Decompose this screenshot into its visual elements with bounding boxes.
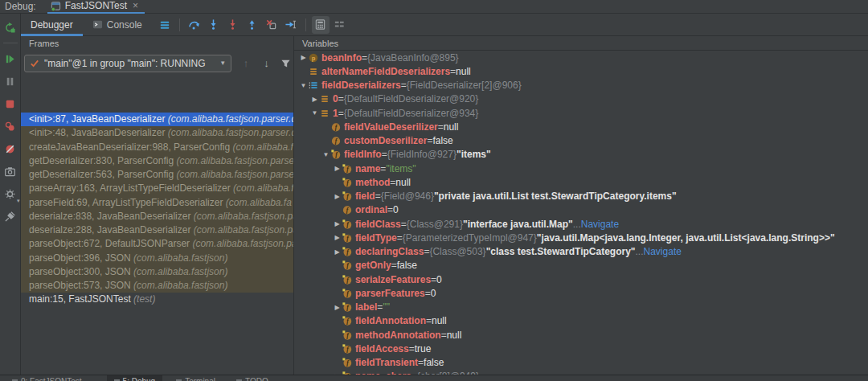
thread-dump-button[interactable]	[2, 162, 19, 180]
evaluate-expression-button[interactable]	[312, 16, 330, 34]
rerun-icon	[4, 22, 16, 34]
field-type-icon: f	[342, 191, 354, 201]
variable-row[interactable]: ▶fdeclaringClass = {Class@503} "class te…	[294, 245, 868, 259]
tree-expand-icon[interactable]: ▶	[298, 54, 309, 61]
field-type-icon: f	[331, 122, 342, 132]
variable-value-ref: {FieldDeserializer[2]@906}	[407, 80, 522, 91]
tab-console-label: Console	[107, 19, 142, 31]
variable-row[interactable]: fserialzeFeatures = 0	[294, 272, 868, 286]
step-into-button[interactable]	[205, 16, 223, 34]
variable-row[interactable]: ffieldValueDeserilizer = null	[294, 120, 868, 133]
variable-row[interactable]: ffieldTransient = false	[294, 356, 868, 370]
navigate-link[interactable]: Navigate	[581, 219, 619, 230]
variable-row[interactable]: ▶0 = {DefaultFieldDeserializer@920}	[294, 92, 868, 106]
tab-console[interactable]: Console	[83, 14, 152, 36]
variable-row[interactable]: ▼fieldDeserializers = {FieldDeserializer…	[294, 79, 868, 92]
tree-expand-icon[interactable]: ▶	[309, 96, 320, 103]
tree-expand-icon[interactable]: ▼	[309, 109, 320, 117]
frame-row[interactable]: parseObject:672, DefaultJSONParser (com.…	[21, 237, 293, 251]
variable-row[interactable]: ▶ffield = {Field@946} "private java.util…	[294, 190, 868, 203]
layout-options-button[interactable]	[156, 16, 174, 34]
rerun-button[interactable]	[2, 18, 19, 36]
equals-sign: =	[391, 260, 397, 271]
frame-row[interactable]: parseArray:163, ArrayListTypeFieldDeseri…	[21, 182, 293, 195]
variable-value-plain: 0	[431, 288, 436, 299]
variable-value-plain: null	[432, 315, 447, 326]
frame-row[interactable]: deserialze:838, JavaBeanDeserializer (co…	[21, 210, 293, 223]
field-type-icon: f	[342, 164, 354, 174]
frame-row[interactable]: createJavaBeanDeserializer:988, ParserCo…	[21, 141, 293, 154]
pin-tab-button[interactable]	[2, 207, 19, 225]
close-icon[interactable]: ×	[133, 2, 138, 10]
tab-debugger[interactable]: Debugger	[21, 14, 83, 36]
variable-row[interactable]: ffieldAccess = true	[294, 342, 868, 355]
step-over-button[interactable]	[186, 16, 203, 34]
tree-expand-icon[interactable]: ▶	[332, 193, 342, 200]
frame-row[interactable]: getDeserializer:563, ParserConfig (com.a…	[21, 168, 293, 182]
toolwindow-button[interactable]: 0: FastJSONTest	[5, 375, 89, 381]
frame-row[interactable]: deserialze:288, JavaBeanDeserializer (co…	[21, 223, 293, 237]
run-to-cursor-button[interactable]	[282, 16, 300, 34]
tree-expand-icon[interactable]: ▶	[332, 234, 342, 241]
variable-row[interactable]: fmethodAnnotation = null	[294, 328, 868, 342]
variable-row[interactable]: fparserFeatures = 0	[294, 286, 868, 300]
variable-row[interactable]: ▶ffieldClass = {Class@291} "interface ja…	[294, 217, 868, 231]
variable-row[interactable]: fmethod = null	[294, 175, 868, 189]
equals-sign: =	[338, 108, 344, 119]
toolwindow-button[interactable]: TODO	[229, 375, 276, 381]
toolwindow-button[interactable]: Terminal	[169, 375, 223, 381]
drop-frame-button[interactable]	[263, 16, 280, 34]
stop-button[interactable]	[2, 95, 19, 113]
variable-row[interactable]: ffieldAnnotation = null	[294, 314, 868, 328]
session-tab-fastjsontest[interactable]: FastJSONTest ×	[47, 0, 145, 14]
debugger-left-toolbar: ▾	[0, 14, 21, 375]
view-options-button[interactable]	[331, 16, 349, 34]
hide-frames-filter-icon[interactable]	[280, 59, 293, 68]
variable-row[interactable]: ▶pbeanInfo = {JavaBeanInfo@895}	[294, 51, 868, 64]
variable-row[interactable]: alterNameFieldDeserializers = null	[294, 64, 868, 78]
pause-button[interactable]	[2, 72, 19, 90]
pause-icon	[4, 76, 16, 88]
frame-row[interactable]: parseObject:300, JSON (com.alibaba.fastj…	[21, 265, 293, 279]
variable-row[interactable]: ▼ffieldInfo = {FieldInfo@927} "items"	[294, 148, 868, 162]
variable-row[interactable]: ▶fname = "items"	[294, 162, 868, 175]
frame-row[interactable]: parseField:69, ArrayListTypeFieldDeseria…	[21, 196, 293, 210]
frame-up-button[interactable]: ↑	[240, 57, 252, 69]
view-breakpoints-button[interactable]	[2, 117, 19, 135]
tree-expand-icon[interactable]: ▶	[332, 304, 342, 311]
tree-expand-icon[interactable]: ▼	[298, 82, 309, 89]
field-type-icon: f	[331, 136, 342, 145]
equals-sign: =	[401, 80, 407, 91]
tree-expand-icon[interactable]: ▶	[332, 248, 342, 256]
equals-sign: =	[427, 135, 432, 146]
tree-expand-icon[interactable]: ▶	[332, 165, 342, 172]
settings-button[interactable]: ▾	[2, 185, 19, 203]
variable-row[interactable]: fordinal = 0	[294, 203, 868, 217]
force-step-into-button[interactable]	[224, 16, 242, 34]
frames-panel-title: Frames	[21, 36, 293, 50]
variables-tree: ▶pbeanInfo = {JavaBeanInfo@895}alterName…	[294, 51, 868, 375]
step-out-button[interactable]	[244, 16, 261, 34]
variable-value-plain: null	[447, 330, 462, 341]
frame-location: deserialze:838, JavaBeanDeserializer	[29, 211, 194, 222]
tree-expand-icon[interactable]: ▶	[332, 220, 342, 227]
thread-selector-dropdown[interactable]: "main"@1 in group "main": RUNNING ▼	[24, 55, 231, 72]
variable-value-plain: false	[397, 260, 417, 271]
frame-row[interactable]: <init>:48, JavaBeanDeserializer (com.ali…	[21, 126, 293, 140]
variable-row[interactable]: ▶flabel = ""	[294, 301, 868, 314]
variable-row[interactable]: ▼1 = {DefaultFieldDeserializer@934}	[294, 106, 868, 120]
frame-row[interactable]: getDeserializer:830, ParserConfig (com.a…	[21, 154, 293, 168]
variable-row[interactable]: fcustomDeserilizer = false	[294, 134, 868, 148]
frame-row[interactable]: main:15, FastJSONTest (test)	[21, 293, 293, 306]
mute-breakpoints-button[interactable]	[2, 140, 19, 158]
variable-row[interactable]: ▶ffieldType = {ParameterizedTypeImpl@947…	[294, 231, 868, 244]
tree-expand-icon[interactable]: ▼	[321, 151, 331, 158]
frame-down-button[interactable]: ↓	[260, 57, 273, 69]
toolwindow-button[interactable]: 5: Debug	[107, 375, 163, 381]
resume-button[interactable]	[2, 50, 19, 68]
frame-row[interactable]: parseObject:573, JSON (com.alibaba.fastj…	[21, 279, 293, 293]
navigate-link[interactable]: Navigate	[644, 246, 682, 257]
frame-row[interactable]: parseObject:396, JSON (com.alibaba.fastj…	[21, 252, 293, 265]
frame-row[interactable]: <init>:87, JavaBeanDeserializer (com.ali…	[21, 113, 293, 126]
variable-row[interactable]: fgetOnly = false	[294, 259, 868, 272]
